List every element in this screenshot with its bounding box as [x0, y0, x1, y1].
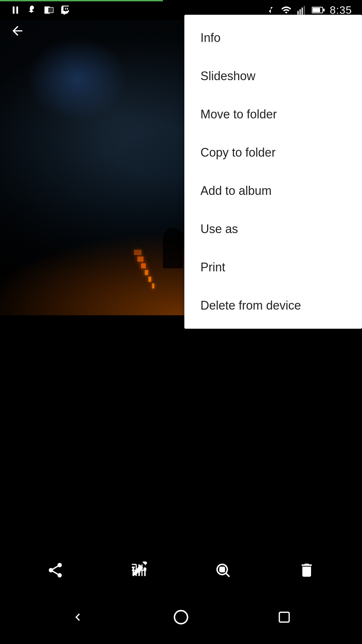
delete-button[interactable]	[298, 561, 315, 579]
figure-silhouette	[163, 228, 183, 268]
svg-rect-9	[301, 8, 303, 15]
step-light-3	[145, 270, 148, 275]
wifi-icon	[280, 5, 292, 15]
navigation-bar	[0, 590, 362, 644]
step-light-6	[134, 250, 141, 255]
menu-item-slideshow[interactable]: Slideshow	[184, 57, 362, 95]
blue-glow	[27, 37, 127, 121]
svg-rect-8	[299, 9, 301, 15]
menu-item-use-as[interactable]: Use as	[184, 210, 362, 248]
svg-rect-0	[13, 6, 14, 13]
svg-rect-10	[304, 6, 305, 15]
bottom-area	[0, 315, 362, 590]
svg-rect-21	[220, 567, 224, 572]
menu-item-copy-to-folder[interactable]: Copy to folder	[184, 133, 362, 172]
status-icons-left	[10, 5, 71, 15]
snapchat-icon	[27, 5, 38, 15]
menu-item-info[interactable]: Info	[184, 19, 362, 57]
svg-rect-24	[279, 612, 289, 622]
menu-item-print[interactable]: Print	[184, 248, 362, 286]
signal-icon	[297, 5, 307, 15]
svg-rect-1	[16, 6, 18, 13]
outlook-icon	[44, 5, 54, 15]
status-time: 8:35	[330, 4, 352, 16]
pause-icon	[10, 5, 21, 15]
step-light-5	[137, 257, 143, 262]
nav-recent-button[interactable]	[277, 610, 292, 625]
bluetooth-icon	[266, 5, 276, 15]
share-button[interactable]	[47, 561, 64, 579]
svg-rect-6	[67, 8, 68, 9]
svg-rect-5	[65, 8, 66, 9]
menu-item-add-to-album[interactable]: Add to album	[184, 172, 362, 210]
step-light-4	[141, 263, 146, 268]
context-menu: Info Slideshow Move to folder Copy to fo…	[184, 15, 362, 329]
notification-bar	[0, 0, 163, 1]
battery-icon	[312, 5, 325, 15]
toolbar	[0, 550, 362, 590]
status-icons-right: 8:35	[266, 4, 352, 16]
svg-point-23	[175, 611, 188, 624]
svg-rect-13	[323, 9, 324, 12]
lens-button[interactable]	[214, 561, 232, 579]
edit-button[interactable]	[130, 561, 148, 579]
svg-rect-12	[312, 8, 320, 12]
svg-line-22	[226, 574, 230, 577]
menu-item-move-to-folder[interactable]: Move to folder	[184, 95, 362, 133]
nav-back-button[interactable]	[70, 610, 85, 625]
nav-home-button[interactable]	[172, 608, 190, 626]
back-button[interactable]	[10, 23, 25, 42]
menu-item-delete-from-device[interactable]: Delete from device	[184, 286, 362, 325]
twitch-icon	[60, 5, 71, 15]
step-light-1	[152, 283, 154, 288]
svg-rect-7	[297, 11, 299, 15]
svg-rect-3	[48, 7, 53, 13]
step-light-2	[148, 277, 151, 282]
